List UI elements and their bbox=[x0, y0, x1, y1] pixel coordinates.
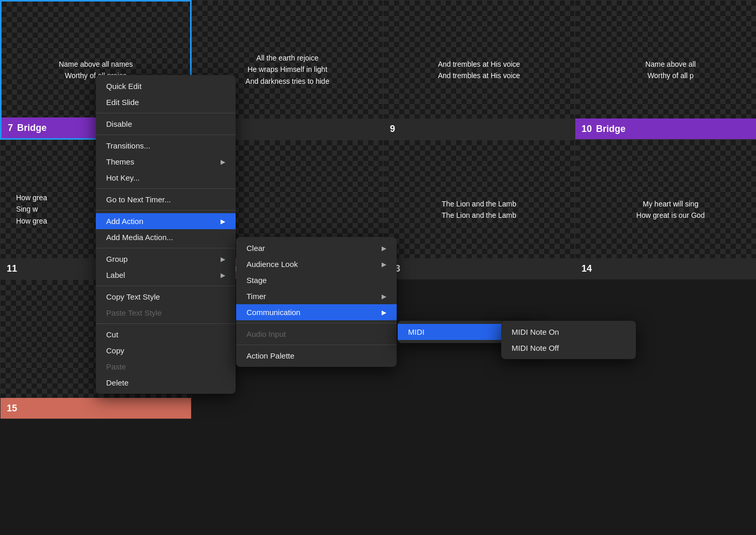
midi-note-off-item[interactable]: MIDI Note Off bbox=[501, 340, 636, 356]
separator-2 bbox=[96, 135, 236, 135]
timer-arrow: ▶ bbox=[382, 293, 386, 300]
main-context-menu: Quick Edit Edit Slide Disable Transition… bbox=[96, 75, 236, 394]
themes-item[interactable]: Themes ▶ bbox=[96, 154, 236, 170]
action-palette-item[interactable]: Action Palette bbox=[236, 348, 397, 364]
slide-11-number: 11 bbox=[7, 263, 17, 274]
transitions-item[interactable]: Transitions... bbox=[96, 138, 236, 154]
paste-label: Paste bbox=[106, 362, 126, 371]
cut-item[interactable]: Cut bbox=[96, 326, 236, 343]
stage-label: Stage bbox=[246, 276, 267, 285]
label-arrow: ▶ bbox=[221, 272, 225, 279]
timer-label: Timer bbox=[246, 292, 266, 301]
slide-14[interactable]: My heart will singHow great is our God 1… bbox=[575, 140, 756, 279]
slide-10-label-text: Bridge bbox=[596, 124, 626, 135]
midi-note-off-label: MIDI Note Off bbox=[512, 344, 559, 352]
group-label: Group bbox=[106, 255, 128, 263]
separator-4 bbox=[96, 210, 236, 211]
quick-edit-item[interactable]: Quick Edit bbox=[96, 78, 236, 94]
slide-9-text: And trembles at His voiceAnd trembles at… bbox=[438, 58, 520, 82]
goto-next-timer-item[interactable]: Go to Next Timer... bbox=[96, 191, 236, 207]
slide-13-label: 13 bbox=[384, 258, 574, 279]
clear-arrow: ▶ bbox=[382, 245, 386, 252]
label-item[interactable]: Label ▶ bbox=[96, 267, 236, 283]
group-item[interactable]: Group ▶ bbox=[96, 251, 236, 267]
copy-label: Copy bbox=[106, 346, 124, 355]
goto-next-timer-label: Go to Next Timer... bbox=[106, 195, 171, 204]
slide-14-number: 14 bbox=[581, 263, 592, 274]
slide-8-text: All the earth rejoiceHe wraps Himself in… bbox=[245, 52, 329, 87]
separator-5 bbox=[96, 248, 236, 248]
transitions-label: Transitions... bbox=[106, 141, 150, 150]
action-palette-label: Action Palette bbox=[246, 351, 295, 360]
slide-13[interactable]: The Lion and the LambThe Lion and the La… bbox=[383, 140, 575, 279]
audience-look-item[interactable]: Audience Look ▶ bbox=[236, 256, 397, 272]
paste-text-style-label: Paste Text Style bbox=[106, 308, 162, 317]
slide-10-label: 10 Bridge bbox=[575, 118, 756, 139]
slide-14-label: 14 bbox=[575, 258, 756, 279]
separator-action-2 bbox=[236, 345, 397, 345]
separator-action-1 bbox=[236, 323, 397, 323]
audio-input-item[interactable]: Audio Input bbox=[236, 326, 397, 342]
midi-note-on-label: MIDI Note On bbox=[512, 328, 559, 336]
separator-6 bbox=[96, 286, 236, 286]
group-arrow: ▶ bbox=[221, 256, 225, 263]
themes-label: Themes bbox=[106, 157, 134, 166]
separator-3 bbox=[96, 188, 236, 189]
separator-1 bbox=[96, 113, 236, 113]
midi-note-on-item[interactable]: MIDI Note On bbox=[501, 324, 636, 340]
slide-7-label-text: Bridge bbox=[17, 123, 47, 133]
clear-item[interactable]: Clear ▶ bbox=[236, 240, 397, 256]
copy-item[interactable]: Copy bbox=[96, 343, 236, 359]
slide-9[interactable]: And trembles at His voiceAnd trembles at… bbox=[383, 0, 575, 140]
timer-item[interactable]: Timer ▶ bbox=[236, 288, 397, 304]
add-media-action-label: Add Media Action... bbox=[106, 233, 173, 242]
slide-15-number: 15 bbox=[7, 403, 17, 414]
stage-item[interactable]: Stage bbox=[236, 272, 397, 288]
slide-14-text: My heart will singHow great is our God bbox=[636, 198, 705, 221]
audio-input-label: Audio Input bbox=[246, 330, 286, 338]
midi-label: MIDI bbox=[408, 328, 425, 336]
add-action-submenu: Clear ▶ Audience Look ▶ Stage Timer ▶ Co… bbox=[236, 237, 397, 367]
slide-15-label: 15 bbox=[1, 398, 191, 419]
add-media-action-item[interactable]: Add Media Action... bbox=[96, 229, 236, 245]
slide-7-number: 7 bbox=[8, 123, 13, 133]
themes-arrow: ▶ bbox=[221, 158, 225, 166]
slide-9-label: 9 bbox=[384, 118, 574, 139]
paste-text-style-item[interactable]: Paste Text Style bbox=[96, 305, 236, 321]
separator-7 bbox=[96, 323, 236, 324]
disable-label: Disable bbox=[106, 120, 132, 128]
hotkey-label: Hot Key... bbox=[106, 173, 140, 182]
midi-submenu: MIDI Note On MIDI Note Off bbox=[501, 321, 636, 359]
delete-item[interactable]: Delete bbox=[96, 375, 236, 391]
slide-9-number: 9 bbox=[390, 124, 395, 135]
disable-item[interactable]: Disable bbox=[96, 116, 236, 132]
label-label: Label bbox=[106, 271, 125, 279]
slide-10-number: 10 bbox=[581, 124, 592, 135]
audience-look-label: Audience Look bbox=[246, 260, 298, 269]
edit-slide-label: Edit Slide bbox=[106, 98, 139, 107]
communication-arrow: ▶ bbox=[382, 309, 386, 316]
slide-10-text: Name above allWorthy of all p bbox=[645, 58, 695, 82]
hotkey-item[interactable]: Hot Key... bbox=[96, 170, 236, 186]
add-action-label: Add Action bbox=[106, 217, 143, 226]
edit-slide-item[interactable]: Edit Slide bbox=[96, 94, 236, 110]
cut-label: Cut bbox=[106, 330, 118, 339]
communication-label: Communication bbox=[246, 308, 300, 317]
add-action-item[interactable]: Add Action ▶ bbox=[96, 213, 236, 229]
copy-text-style-item[interactable]: Copy Text Style bbox=[96, 289, 236, 305]
communication-item[interactable]: Communication ▶ bbox=[236, 304, 397, 320]
audience-look-arrow: ▶ bbox=[382, 261, 386, 268]
clear-label: Clear bbox=[246, 244, 265, 252]
add-action-arrow: ▶ bbox=[221, 218, 225, 225]
copy-text-style-label: Copy Text Style bbox=[106, 292, 160, 301]
slide-11-text: How greaSing wHow grea bbox=[16, 192, 47, 227]
slide-10[interactable]: Name above allWorthy of all p 10 Bridge bbox=[575, 0, 756, 140]
paste-item[interactable]: Paste bbox=[96, 359, 236, 375]
quick-edit-label: Quick Edit bbox=[106, 82, 141, 91]
slide-13-text: The Lion and the LambThe Lion and the La… bbox=[442, 198, 516, 221]
delete-label: Delete bbox=[106, 378, 128, 387]
